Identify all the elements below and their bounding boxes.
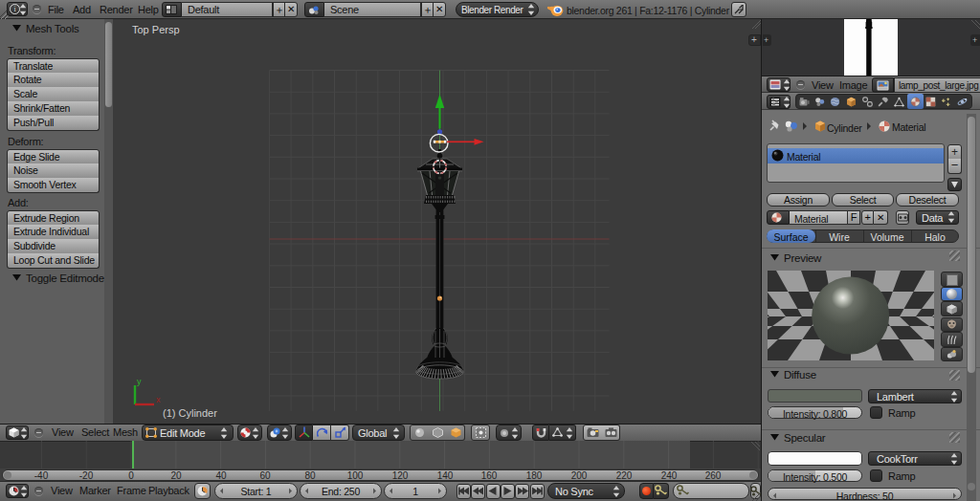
svg-text:x: x (156, 395, 161, 404)
svg-text:y: y (137, 377, 142, 386)
